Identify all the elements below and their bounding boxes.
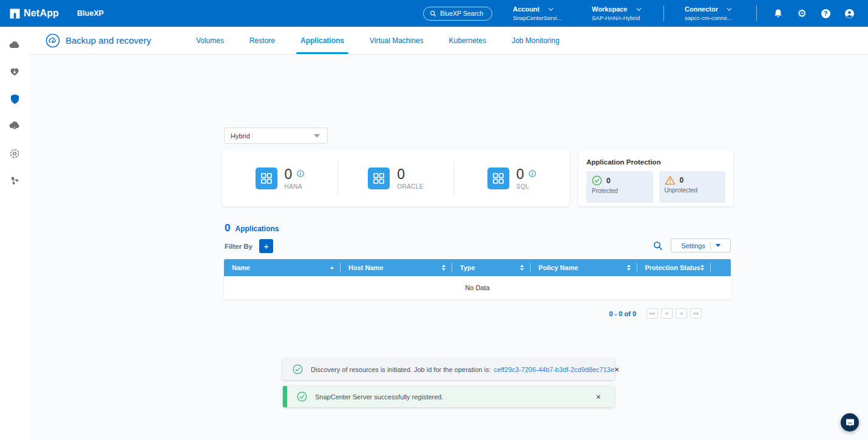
workspace-menu[interactable]: Workspace SAP-HANA-Hybrid — [592, 5, 650, 21]
applications-table: Name Host Name Type Policy Name Protecti… — [224, 259, 731, 299]
oracle-summary-tile: 0 ORACLE — [338, 168, 453, 190]
column-header-type[interactable]: Type — [452, 263, 531, 272]
settings-button-label: Settings — [681, 242, 705, 249]
chevron-down-icon — [314, 134, 320, 138]
user-profile-icon[interactable] — [844, 8, 855, 19]
protected-box: 0 Protected — [586, 171, 653, 203]
warning-triangle-icon — [665, 175, 676, 185]
protected-label: Protected — [592, 188, 648, 194]
column-header-filler — [711, 263, 731, 272]
oracle-label: ORACLE — [397, 183, 424, 190]
applications-list-header: 0 Applications — [225, 222, 279, 234]
sidebar-item-governance-cloud-icon[interactable] — [9, 121, 20, 132]
next-page-button[interactable]: > — [676, 308, 687, 319]
topbar-divider — [756, 5, 757, 21]
tab-restore[interactable]: Restore — [237, 27, 288, 54]
table-header-row: Name Host Name Type Policy Name Protecti… — [224, 259, 731, 276]
close-icon[interactable]: × — [596, 393, 601, 401]
sidebar-item-extensions-nodes-icon[interactable] — [9, 175, 20, 186]
connector-label: Connector — [685, 5, 718, 13]
product-name: BlueXP — [77, 9, 104, 18]
oracle-count: 0 — [397, 168, 405, 181]
environment-select[interactable]: Hybrid — [224, 127, 328, 144]
application-protection-title: Application Protection — [586, 158, 725, 166]
hana-count: 0 — [285, 168, 293, 181]
applications-summary-card: 0 HANA — [222, 151, 569, 206]
info-icon[interactable] — [297, 169, 304, 180]
registration-toast: SnapCenter Server successfully registere… — [283, 386, 614, 407]
first-page-button[interactable]: << — [646, 308, 658, 319]
column-header-policy-name[interactable]: Policy Name — [531, 263, 637, 272]
backup-recovery-icon — [46, 33, 60, 48]
sidebar-item-observability-icon[interactable] — [9, 148, 20, 159]
sql-label: SQL — [517, 183, 537, 190]
search-icon — [430, 10, 436, 17]
tab-volumes[interactable]: Volumes — [183, 27, 237, 54]
settings-gear-icon[interactable]: ⚙ — [796, 8, 807, 19]
info-icon[interactable] — [529, 169, 536, 180]
filter-row: Filter By + — [225, 239, 273, 253]
success-check-icon — [293, 364, 303, 374]
sort-icon[interactable] — [627, 265, 631, 271]
column-header-name[interactable]: Name — [224, 263, 341, 272]
sidebar-item-storage-cloud-icon[interactable] — [9, 39, 20, 50]
hana-summary-tile: 0 HANA — [222, 168, 337, 190]
sort-icon[interactable] — [442, 265, 446, 271]
app-grid-icon — [487, 168, 509, 189]
topbar-divider — [663, 5, 664, 21]
table-search-icon[interactable] — [653, 241, 663, 251]
account-menu[interactable]: Account SnapCenterServi... — [513, 5, 571, 21]
tab-kubernetes[interactable]: Kubernetes — [436, 27, 499, 54]
settings-button[interactable]: Settings — [671, 239, 731, 252]
unprotected-label: Unprotected — [665, 187, 721, 194]
main-content: Hybrid 0 — [29, 55, 868, 440]
search-label: BlueXP Search — [440, 10, 483, 17]
unprotected-box: 0 Unprotected — [659, 171, 726, 203]
hana-label: HANA — [285, 183, 305, 190]
tab-job-monitoring[interactable]: Job Monitoring — [499, 27, 572, 54]
top-bar: NetApp BlueXP BlueXP Search Account Snap… — [0, 0, 868, 27]
caret-down-icon — [716, 244, 721, 247]
column-header-host-name[interactable]: Host Name — [341, 263, 452, 272]
discovery-toast: Discovery of resources is initiated. Job… — [283, 359, 614, 380]
list-tools: Settings — [653, 239, 731, 252]
pagination-range: 0 - 0 of 0 — [609, 310, 636, 317]
environment-select-value: Hybrid — [231, 132, 250, 140]
close-icon[interactable]: × — [614, 365, 619, 374]
bluexp-app-window: NetApp BlueXP BlueXP Search Account Snap… — [0, 0, 868, 440]
chevron-down-icon — [548, 5, 553, 10]
sidebar-item-health-icon[interactable] — [9, 66, 20, 77]
notifications-bell-icon[interactable] — [773, 8, 784, 19]
chevron-down-icon — [636, 5, 641, 10]
job-id-link[interactable]: ceff29c3-7206-44b7-b3df-2cd9d8ec713e — [494, 366, 615, 373]
sql-summary-tile: 0 SQL — [454, 168, 569, 190]
last-page-button[interactable]: >> — [690, 308, 702, 319]
tab-applications[interactable]: Applications — [288, 27, 357, 54]
check-circle-icon — [592, 175, 602, 186]
chat-launcher-button[interactable] — [841, 413, 859, 432]
tab-virtual-machines[interactable]: Virtual Machines — [357, 27, 436, 54]
sidebar-item-protection-shield-icon[interactable] — [9, 93, 20, 104]
netapp-logo[interactable]: NetApp — [10, 8, 59, 19]
bluexp-search[interactable]: BlueXP Search — [423, 7, 492, 21]
sort-icon[interactable] — [700, 265, 704, 271]
help-icon[interactable]: ? — [820, 8, 831, 19]
sort-asc-icon[interactable] — [330, 266, 334, 269]
netapp-logo-icon — [10, 8, 20, 19]
applications-count: 0 — [225, 222, 230, 234]
sort-icon[interactable] — [520, 265, 524, 271]
connector-menu[interactable]: Connector sapcc-cm-conne... — [685, 5, 743, 21]
column-header-protection-status[interactable]: Protection Status — [637, 263, 711, 272]
account-label: Account — [513, 5, 540, 13]
app-grid-icon — [368, 168, 390, 189]
toast-message: SnapCenter Server successfully registere… — [315, 393, 444, 401]
add-filter-button[interactable]: + — [259, 239, 273, 253]
workspace-label: Workspace — [592, 5, 628, 13]
previous-page-button[interactable]: < — [661, 308, 673, 319]
table-empty-state: No Data — [224, 276, 731, 299]
service-badge: Backup and recovery — [46, 33, 151, 48]
service-nav: Backup and recovery Volumes Restore Appl… — [29, 27, 868, 55]
connector-value: sapcc-cm-conne... — [685, 15, 743, 21]
applications-label: Applications — [235, 225, 279, 233]
workspace-value: SAP-HANA-Hybrid — [592, 15, 650, 21]
